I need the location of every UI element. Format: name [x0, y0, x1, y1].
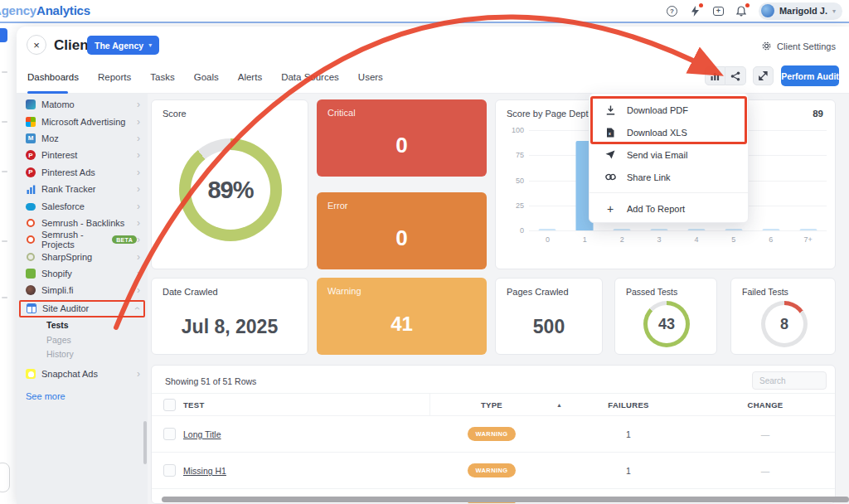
error-card: Error 0: [317, 192, 487, 269]
row-checkbox[interactable]: [163, 428, 176, 440]
sidebar-scrollbar[interactable]: [143, 421, 147, 464]
sidebar-subitem-tests[interactable]: Tests: [17, 318, 148, 333]
sort-asc-icon[interactable]: ▲: [556, 402, 562, 408]
sidebar-item-site-auditor[interactable]: Site Auditor›: [19, 300, 145, 317]
download-icon: [604, 105, 616, 115]
share-icon: [730, 71, 740, 81]
table-row: Missing H1 WARNING 1 —: [152, 453, 835, 489]
see-more-link[interactable]: See more: [17, 383, 148, 401]
sidebar-item-simpli-fi[interactable]: Simpli.fi›: [17, 282, 148, 298]
app-logo[interactable]: AgencyAnalytics: [0, 3, 90, 17]
menu-item-download-xls[interactable]: x Download XLS: [589, 121, 748, 143]
tab-goals[interactable]: Goals: [194, 72, 219, 82]
horizontal-scrollbar[interactable]: [162, 497, 849, 502]
tab-data-sources[interactable]: Data Sources: [281, 72, 339, 82]
sharpspring-icon: [27, 253, 35, 261]
warning-card: Warning 41: [317, 278, 487, 355]
sidebar-item-salesforce[interactable]: Salesforce›: [17, 197, 148, 214]
app-header: AgencyAnalytics ? + Marigold J. ▾: [0, 0, 849, 22]
file-xls-icon: x: [604, 128, 616, 138]
user-menu[interactable]: Marigold J. ▾: [759, 2, 842, 20]
select-all-checkbox[interactable]: [163, 399, 176, 411]
depth-chart-y-axis: 1007550250: [502, 130, 524, 230]
menu-item-download-pdf[interactable]: Download PDF: [589, 99, 748, 121]
failed-tests-title: Failed Tests: [742, 287, 788, 297]
shopify-icon: [26, 269, 36, 279]
chevron-right-icon: ›: [137, 167, 140, 177]
whats-new-icon[interactable]: [689, 5, 701, 17]
tab-reports[interactable]: Reports: [98, 72, 131, 82]
row-checkbox[interactable]: [163, 464, 176, 477]
column-header-failures[interactable]: FAILURES: [595, 400, 662, 410]
plus-icon: +: [604, 202, 616, 216]
sidebar-item-sharpspring[interactable]: SharpSpring›: [17, 249, 148, 265]
chart-columns-button[interactable]: [705, 66, 725, 85]
export-dropdown-menu: Download PDF x Download XLS Send via Ema…: [589, 93, 749, 223]
score-donut-chart: 89%: [179, 138, 282, 241]
svg-text:x: x: [609, 131, 611, 136]
chevron-right-icon: ›: [137, 99, 140, 109]
sidebar-item-shopify[interactable]: Shopify›: [17, 265, 148, 282]
date-crawled-title: Date Crawled: [163, 287, 218, 297]
depth-chart-title: Score by Page Depth: [507, 109, 594, 119]
critical-card: Critical 0: [317, 99, 487, 177]
tab-users[interactable]: Users: [358, 72, 383, 82]
sidebar-subitem-pages[interactable]: Pages: [17, 332, 148, 347]
table-row-count: Showing 51 of 51 Rows: [165, 376, 256, 386]
column-header-change[interactable]: CHANGE: [732, 400, 798, 410]
chevron-down-icon: ▾: [148, 41, 152, 49]
menu-item-add-to-report[interactable]: + Add To Report: [589, 197, 748, 220]
tab-dashboards[interactable]: Dashboards: [27, 72, 79, 82]
sidebar-item-rank-tracker[interactable]: Rank Tracker›: [17, 181, 148, 197]
sidebar-item-pinterest-ads[interactable]: PPinterest Ads›: [17, 164, 148, 181]
help-icon[interactable]: ?: [666, 5, 678, 17]
client-selector-button[interactable]: The Agency ▾: [87, 36, 159, 55]
share-button[interactable]: [725, 66, 746, 85]
tests-table-card: Showing 51 of 51 Rows TEST TYPE ▲ FAILUR…: [151, 365, 836, 504]
sidebar-item-semrush-backlinks[interactable]: Semrush - Backlinks›: [17, 215, 148, 231]
sidebar-item-moz[interactable]: MMoz›: [17, 130, 148, 147]
passed-tests-card: Passed Tests 43: [614, 278, 717, 355]
close-icon[interactable]: ×: [27, 35, 46, 55]
test-link[interactable]: Long Title: [183, 429, 221, 439]
beta-badge: BETA: [112, 235, 137, 244]
test-link[interactable]: Missing H1: [183, 466, 226, 476]
sidebar-item-semrush-projects[interactable]: Semrush - ProjectsBETA›: [17, 231, 148, 248]
expand-button[interactable]: [753, 66, 774, 85]
chevron-right-icon: ›: [137, 235, 140, 245]
sidebar-subitem-history[interactable]: History: [17, 347, 148, 362]
failures-cell: 1: [595, 429, 662, 439]
critical-value: 0: [317, 114, 487, 177]
failed-tests-card: Failed Tests 8: [730, 278, 836, 355]
pages-crawled-value: 500: [496, 300, 602, 354]
snapchat-ads-icon: [26, 369, 36, 379]
semrush-icon: [27, 219, 35, 227]
chevron-up-icon: ›: [132, 307, 142, 310]
sidebar-item-pinterest[interactable]: PPinterest›: [17, 147, 148, 163]
site-auditor-icon: [27, 303, 36, 313]
menu-item-send-via-email[interactable]: Send via Email: [589, 143, 748, 166]
chevron-right-icon: ›: [137, 269, 140, 279]
date-crawled-card: Date Crawled Jul 8, 2025: [151, 278, 308, 355]
column-header-test[interactable]: TEST: [183, 400, 204, 410]
sidebar-item-matomo[interactable]: Matomo›: [17, 96, 148, 113]
change-cell: —: [732, 466, 798, 476]
client-settings-button[interactable]: Client Settings: [761, 41, 836, 51]
menu-item-share-link[interactable]: Share Link: [589, 166, 748, 188]
salesforce-icon: [26, 203, 36, 211]
table-search-input[interactable]: [752, 371, 827, 390]
tab-tasks[interactable]: Tasks: [150, 72, 174, 82]
sidebar-item-snapchat-ads[interactable]: Snapchat Ads›: [17, 366, 148, 382]
chevron-right-icon: ›: [137, 285, 140, 295]
warning-badge: WARNING: [468, 463, 516, 477]
notifications-bell-icon[interactable]: [735, 5, 748, 17]
score-card-title: Score: [163, 109, 187, 119]
column-header-type[interactable]: TYPE: [458, 400, 525, 410]
background-widget-fragment: [0, 463, 10, 492]
tab-alerts[interactable]: Alerts: [238, 72, 262, 82]
perform-audit-button[interactable]: Perform Audit: [781, 65, 839, 86]
add-window-icon[interactable]: +: [712, 5, 725, 17]
chevron-right-icon: ›: [137, 150, 140, 160]
sidebar-item-microsoft-advertising[interactable]: Microsoft Advertising›: [17, 113, 148, 129]
chevron-right-icon: ›: [137, 201, 140, 211]
